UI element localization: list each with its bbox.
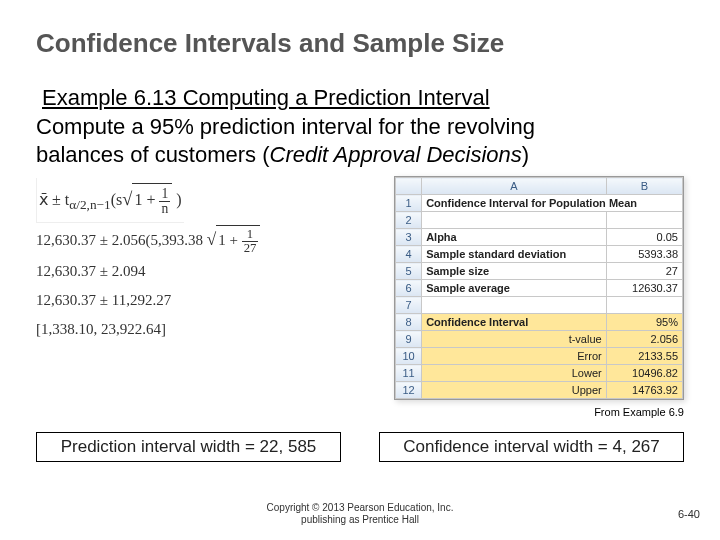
frac-num: 1: [159, 187, 170, 202]
cell-b6: 12630.37: [606, 280, 682, 297]
body-line1: Compute a 95% prediction interval for th…: [36, 114, 535, 139]
row-header: 4: [396, 246, 422, 263]
row-header: 7: [396, 297, 422, 314]
cell: [422, 212, 607, 229]
cell-a9: t-value: [422, 331, 607, 348]
row-header: 11: [396, 365, 422, 382]
math-line4: 12,630.37 ± 11,292.27: [36, 286, 384, 315]
cell-a6: Sample average: [422, 280, 607, 297]
cell-a5: Sample size: [422, 263, 607, 280]
sqrt-icon: 1 + 127: [207, 223, 261, 257]
excel-column: A B 1Confidence Interval for Population …: [394, 176, 684, 418]
frac-num: 1: [242, 228, 259, 242]
cell-a4: Sample standard deviation: [422, 246, 607, 263]
row-header: 2: [396, 212, 422, 229]
row-header: 5: [396, 263, 422, 280]
row-header: 12: [396, 382, 422, 399]
copyright-line1: Copyright © 2013 Pearson Education, Inc.: [267, 502, 454, 513]
cell-a3: Alpha: [422, 229, 607, 246]
row-header: 3: [396, 229, 422, 246]
copyright-line2: publishing as Prentice Hall: [301, 514, 419, 525]
body-line2a: balances of customers (: [36, 142, 270, 167]
formula-lhs: x̄ ± t: [39, 191, 69, 208]
math-line2a: 12,630.37 ± 2.056(5,393.38: [36, 232, 203, 248]
row-header: 6: [396, 280, 422, 297]
cell-b4: 5393.38: [606, 246, 682, 263]
frac-den: 27: [242, 242, 259, 255]
row-header: 10: [396, 348, 422, 365]
cell-b12: 14763.92: [606, 382, 682, 399]
page-number: 6-40: [678, 508, 700, 520]
frac-den: n: [159, 202, 170, 216]
cell: [606, 212, 682, 229]
fraction: 1n: [159, 187, 170, 215]
math-column: x̄ ± tα/2,n−1(s1 + 1n ) 12,630.37 ± 2.05…: [36, 176, 384, 345]
cell-a8: Confidence Interval: [422, 314, 607, 331]
prediction-width-box: Prediction interval width = 22, 585: [36, 432, 341, 462]
cell-b8: 95%: [606, 314, 682, 331]
cell-a11: Lower: [422, 365, 607, 382]
cell-b5: 27: [606, 263, 682, 280]
cell: [422, 297, 607, 314]
body-line2-italic: Credit Approval Decisions: [270, 142, 522, 167]
cell-b11: 10496.82: [606, 365, 682, 382]
excel-corner: [396, 178, 422, 195]
body-text: Compute a 95% prediction interval for th…: [36, 113, 684, 168]
formula-sub: α/2,n−1: [69, 197, 111, 212]
slide: Confidence Intervals and Sample Size Exa…: [0, 0, 720, 540]
math-line2: 12,630.37 ± 2.056(5,393.38 1 + 127: [36, 223, 384, 257]
widths-row: Prediction interval width = 22, 585 Conf…: [36, 432, 684, 462]
confidence-width-box: Confidence interval width = 4, 267: [379, 432, 684, 462]
content-row: x̄ ± tα/2,n−1(s1 + 1n ) 12,630.37 ± 2.05…: [36, 176, 684, 418]
cell-b10: 2133.55: [606, 348, 682, 365]
formula-inside: 1 +: [134, 191, 159, 208]
row-header: 8: [396, 314, 422, 331]
example-heading: Example 6.13 Computing a Prediction Inte…: [42, 85, 684, 111]
cell-a10: Error: [422, 348, 607, 365]
line2-inside: 1 +: [218, 232, 241, 248]
formula-mid: (s: [111, 191, 123, 208]
page-title: Confidence Intervals and Sample Size: [36, 28, 684, 59]
col-header-b: B: [606, 178, 682, 195]
cell: [606, 297, 682, 314]
col-header-a: A: [422, 178, 607, 195]
cell-b3: 0.05: [606, 229, 682, 246]
formula-generic: x̄ ± tα/2,n−1(s1 + 1n ): [36, 178, 184, 223]
cell-a1: Confidence Interval for Population Mean: [422, 195, 683, 212]
excel-table: A B 1Confidence Interval for Population …: [394, 176, 684, 400]
sqrt-icon: 1 + 1n: [122, 182, 172, 218]
cell-b9: 2.056: [606, 331, 682, 348]
math-line5: [1,338.10, 23,922.64]: [36, 315, 384, 344]
excel-caption: From Example 6.9: [394, 406, 684, 418]
row-header: 1: [396, 195, 422, 212]
body-line2c: ): [522, 142, 529, 167]
cell-a12: Upper: [422, 382, 607, 399]
math-line3: 12,630.37 ± 2.094: [36, 257, 384, 286]
row-header: 9: [396, 331, 422, 348]
fraction: 127: [242, 228, 259, 255]
copyright: Copyright © 2013 Pearson Education, Inc.…: [0, 502, 720, 526]
